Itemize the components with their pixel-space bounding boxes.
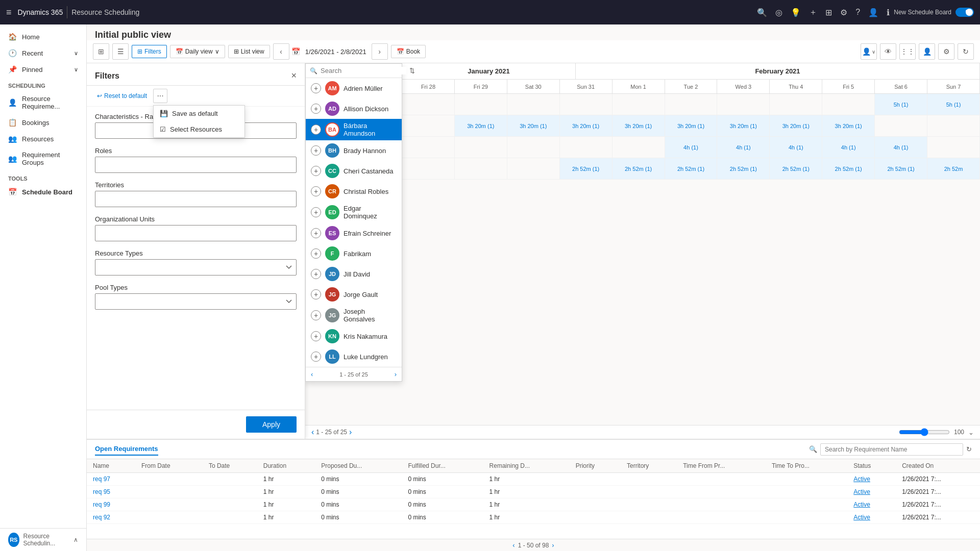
resource-list-item[interactable]: +ADAllison Dickson xyxy=(306,98,402,119)
resource-list-item[interactable]: +LLLuke Lundgren xyxy=(306,346,402,367)
next-date-button[interactable]: › xyxy=(372,43,388,60)
daily-view-button[interactable]: 📅 Daily view ∨ xyxy=(170,45,225,58)
status-badge[interactable]: Active xyxy=(853,501,870,508)
expand-icon[interactable]: ⌄ xyxy=(968,429,974,436)
new-schedule-board-toggle[interactable]: ℹ New Schedule Board On xyxy=(887,8,974,17)
grid-cell[interactable]: 2h 52m (1) xyxy=(875,158,927,179)
grid-cell[interactable]: 2h 52m (1) xyxy=(717,158,770,179)
sidebar-item-home[interactable]: 🏠 Home xyxy=(0,29,86,45)
status-badge[interactable]: Active xyxy=(853,475,870,483)
resource-add-button[interactable]: + xyxy=(311,104,321,114)
requirement-link[interactable]: req 95 xyxy=(93,488,110,495)
requirement-link[interactable]: req 97 xyxy=(93,475,110,483)
filter-icon[interactable]: ⊞ xyxy=(825,8,832,17)
prev-page-icon[interactable]: ‹ xyxy=(311,428,314,437)
resource-add-button[interactable]: + xyxy=(311,248,321,259)
resource-list-item[interactable]: +BABárbara Amundson xyxy=(306,119,402,140)
resource-icon-btn[interactable]: 👤 ∨ xyxy=(861,43,877,60)
lightbulb-icon[interactable]: 💡 xyxy=(791,8,801,17)
resource-list-item[interactable]: +FFabrikam xyxy=(306,243,402,264)
resource-add-button[interactable]: + xyxy=(311,207,321,217)
apply-button[interactable]: Apply xyxy=(246,416,297,433)
resource-add-button[interactable]: + xyxy=(311,228,321,238)
status-badge[interactable]: Active xyxy=(853,488,870,495)
resource-list-item[interactable]: +BHBrady Hannon xyxy=(306,140,402,161)
resource-list-item[interactable]: +EDEdgar Dominquez xyxy=(306,202,402,223)
grid-cell[interactable]: 2h 52m (1) xyxy=(560,158,612,179)
grid-cell[interactable]: 2h 52m (1) xyxy=(770,158,822,179)
search-icon[interactable]: 🔍 xyxy=(757,8,767,17)
status-badge[interactable]: Active xyxy=(853,514,870,521)
roles-input[interactable] xyxy=(95,157,297,173)
person-icon[interactable]: 👤 xyxy=(868,8,878,17)
select-resources-item[interactable]: ☑ Select Resources xyxy=(154,121,244,137)
territories-input[interactable] xyxy=(95,191,297,207)
grid-cell[interactable]: 4h (1) xyxy=(665,137,718,158)
refresh-icon-btn[interactable]: ↻ xyxy=(958,43,974,60)
resource-list-item[interactable]: +JDJill David xyxy=(306,264,402,284)
list-view-toggle-button[interactable]: ☰ xyxy=(112,43,129,60)
grid-cell[interactable]: 3h 20m (1) xyxy=(507,115,560,136)
req-prev-icon[interactable]: ‹ xyxy=(512,541,514,549)
grid-view-button[interactable]: ⊞ xyxy=(93,43,109,60)
resource-list-item[interactable]: +CCCheri Castaneda xyxy=(306,161,402,181)
next-page-icon[interactable]: › xyxy=(349,428,352,437)
resource-add-button[interactable]: + xyxy=(311,124,321,135)
prev-date-button[interactable]: ‹ xyxy=(273,43,289,60)
org-units-input[interactable] xyxy=(95,225,297,241)
requirement-link[interactable]: req 92 xyxy=(93,514,110,521)
sort-icon[interactable]: ⇅ xyxy=(409,67,415,74)
open-requirements-tab[interactable]: Open Requirements xyxy=(95,443,158,456)
sidebar-item-recent[interactable]: 🕐 Recent ∨ xyxy=(0,45,86,61)
req-next-icon[interactable]: › xyxy=(552,541,554,549)
grid-cell[interactable]: 4h (1) xyxy=(875,137,927,158)
resource-list-item[interactable]: +JGJorge Gault xyxy=(306,284,402,305)
resource-add-button[interactable]: + xyxy=(311,331,321,341)
grid-cell[interactable]: 3h 20m (1) xyxy=(560,115,612,136)
settings-icon-btn[interactable]: ⚙ xyxy=(938,43,954,60)
sidebar-item-schedule-board[interactable]: 📅 Schedule Board xyxy=(0,184,86,200)
resource-add-button[interactable]: + xyxy=(311,289,321,299)
grid-cell[interactable]: 2h 52m (1) xyxy=(822,158,875,179)
hamburger-icon[interactable]: ≡ xyxy=(6,7,12,18)
grid-cell[interactable]: 2h 52m (1) xyxy=(612,158,665,179)
grid-cell[interactable]: 4h (1) xyxy=(770,137,822,158)
grid-cell[interactable]: 3h 20m (1) xyxy=(822,115,875,136)
requirement-link[interactable]: req 99 xyxy=(93,501,110,508)
more-options-button[interactable]: ··· xyxy=(153,89,167,103)
grid-cell[interactable]: 5h (1) xyxy=(875,94,927,115)
sidebar-bottom-chevron-icon[interactable]: ∧ xyxy=(74,536,78,543)
prev-resource-page-icon[interactable]: ‹ xyxy=(311,370,313,378)
save-as-default-item[interactable]: 💾 Save as default xyxy=(154,106,244,121)
filters-close-button[interactable]: × xyxy=(291,70,297,81)
grid-cell[interactable]: 2h 52m (1) xyxy=(665,158,718,179)
resource-add-button[interactable]: + xyxy=(311,269,321,279)
eye-icon-btn[interactable]: 👁 xyxy=(880,43,896,60)
target-icon[interactable]: ◎ xyxy=(775,8,782,17)
grid-cell[interactable]: 5h (1) xyxy=(927,94,980,115)
settings-icon[interactable]: ⚙ xyxy=(840,8,847,17)
resource-add-button[interactable]: + xyxy=(311,310,321,320)
columns-icon-btn[interactable]: ⋮⋮ xyxy=(899,43,916,60)
schedule-board-toggle-switch[interactable]: On xyxy=(955,8,974,17)
reset-to-default-button[interactable]: ↩ Reset to default xyxy=(95,90,149,102)
grid-cell[interactable]: 3h 20m (1) xyxy=(612,115,665,136)
resource-add-button[interactable]: + xyxy=(311,83,321,93)
sidebar-item-resource-requirements[interactable]: 👤 Resource Requireme... xyxy=(0,91,86,114)
resource-list-item[interactable]: +AMAdrien Müller xyxy=(306,78,402,98)
pool-types-select[interactable] xyxy=(95,293,297,310)
req-refresh-icon[interactable]: ↻ xyxy=(966,445,972,453)
plus-icon[interactable]: ＋ xyxy=(809,7,817,18)
grid-cell[interactable]: 3h 20m (1) xyxy=(770,115,822,136)
sidebar-item-bookings[interactable]: 📋 Bookings xyxy=(0,114,86,131)
sidebar-item-pinned[interactable]: 📌 Pinned ∨ xyxy=(0,61,86,78)
list-view-button[interactable]: ⊞ List view xyxy=(228,45,270,58)
resource-list-item[interactable]: +CRChristal Robles xyxy=(306,181,402,202)
grid-cell[interactable]: 4h (1) xyxy=(822,137,875,158)
sidebar-item-requirement-groups[interactable]: 👥 Requirement Groups xyxy=(0,147,86,170)
help-icon[interactable]: ? xyxy=(855,8,860,17)
grid-cell[interactable]: 2h 52m xyxy=(927,158,980,179)
resource-types-select[interactable] xyxy=(95,259,297,276)
resource-list-item[interactable]: +KNKris Nakamura xyxy=(306,326,402,346)
grid-cell[interactable]: 4h (1) xyxy=(717,137,770,158)
